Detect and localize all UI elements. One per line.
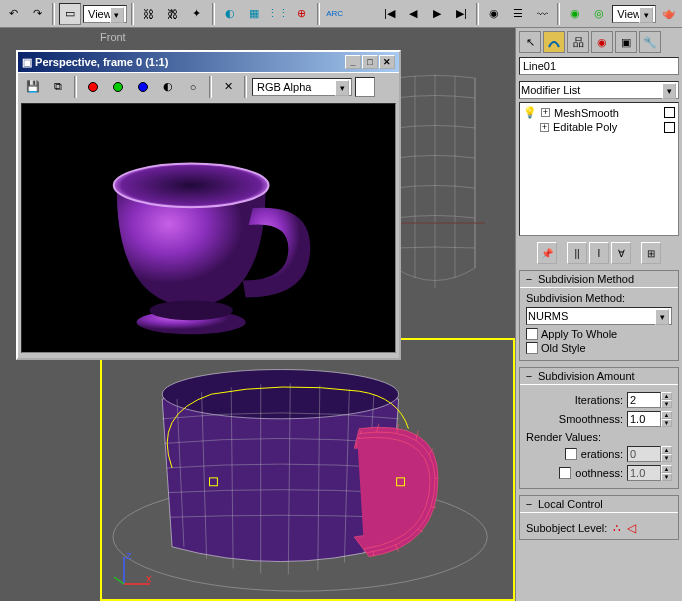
- rollout-header[interactable]: Subdivision Method: [520, 271, 678, 288]
- rollout-header[interactable]: Subdivision Amount: [520, 368, 678, 385]
- maximize-button[interactable]: □: [362, 55, 378, 69]
- channel-dropdown[interactable]: RGB Alpha: [252, 78, 352, 96]
- subdivision-amount-rollout: Subdivision Amount Iterations: ▲▼ Smooth…: [519, 367, 679, 489]
- clone-icon[interactable]: ⧉: [47, 76, 69, 98]
- iterations-spinner[interactable]: ▲▼: [627, 392, 672, 408]
- tool-teapot-icon[interactable]: 🫖: [658, 3, 680, 25]
- lightbulb-icon[interactable]: 💡: [523, 106, 537, 119]
- hierarchy-tab-icon[interactable]: 品: [567, 31, 589, 53]
- configure-icon[interactable]: ⊞: [641, 242, 661, 264]
- close-button[interactable]: ✕: [379, 55, 395, 69]
- modifier-list-dropdown[interactable]: Modifier List: [519, 81, 679, 99]
- tool-key-next-icon[interactable]: ▶|: [450, 3, 472, 25]
- tool-link-icon[interactable]: ⛓: [138, 3, 160, 25]
- tool-align-icon[interactable]: ▦: [243, 3, 265, 25]
- subdiv-method-label: Subdivision Method:: [526, 292, 672, 304]
- subobject-label: Subobject Level:: [526, 522, 607, 534]
- smoothness-label: Smoothness:: [559, 413, 623, 425]
- svg-point-2: [162, 370, 398, 419]
- save-image-icon[interactable]: 💾: [22, 76, 44, 98]
- tool-render-icon[interactable]: ◉: [564, 3, 586, 25]
- smoothness-spinner[interactable]: ▲▼: [627, 411, 672, 427]
- expand-icon[interactable]: +: [540, 123, 549, 132]
- render-iter-checkbox[interactable]: [565, 448, 577, 460]
- bg-color-swatch[interactable]: [355, 77, 375, 97]
- subdivision-method-rollout: Subdivision Method Subdivision Method: N…: [519, 270, 679, 361]
- mono-channel-icon[interactable]: ◐: [157, 76, 179, 98]
- red-channel-icon[interactable]: [82, 76, 104, 98]
- tool-layer-icon[interactable]: ☰: [507, 3, 529, 25]
- svg-point-14: [149, 300, 232, 320]
- make-unique-icon[interactable]: I: [589, 242, 609, 264]
- modifier-label: Editable Poly: [553, 121, 617, 133]
- subdiv-method-dropdown[interactable]: NURMS: [526, 307, 672, 325]
- motion-tab-icon[interactable]: ◉: [591, 31, 613, 53]
- expand-icon[interactable]: +: [541, 108, 550, 117]
- svg-text:z: z: [126, 549, 132, 561]
- viewport-bottom-left[interactable]: [0, 338, 100, 601]
- render-preview-window: ▣ Perspective, frame 0 (1:1) _ □ ✕ 💾 ⧉ ◐…: [16, 50, 401, 360]
- clear-icon[interactable]: ✕: [217, 76, 239, 98]
- viewport-label: Front: [100, 31, 126, 43]
- wireframe-mesh-persp: [102, 340, 513, 599]
- tool-curve-icon[interactable]: 〰: [531, 3, 553, 25]
- object-name-input[interactable]: [519, 57, 679, 75]
- tool-key-prev-icon[interactable]: |◀: [378, 3, 400, 25]
- preview-title-text: Perspective, frame 0 (1:1): [35, 56, 168, 68]
- tool-undo-icon[interactable]: ↶: [2, 3, 24, 25]
- viewport-perspective[interactable]: z x: [100, 338, 515, 601]
- render-iterations-spinner[interactable]: ▲▼: [627, 446, 672, 462]
- main-toolbar: ↶ ↷ ▭ View ⛓ ⛓̸ ✦ ◐ ▦ ⋮⋮ ⊕ ARC |◀ ◀ ▶ ▶|…: [0, 0, 682, 28]
- modifier-toggle[interactable]: [664, 107, 675, 118]
- tool-redo-icon[interactable]: ↷: [26, 3, 48, 25]
- render-smooth-label: oothness:: [575, 467, 623, 479]
- tool-quick-render-icon[interactable]: ◎: [588, 3, 610, 25]
- tool-unlink-icon[interactable]: ⛓̸: [162, 3, 184, 25]
- green-channel-icon[interactable]: [107, 76, 129, 98]
- command-tabs: ↖ 品 ◉ ▣ 🔧: [519, 31, 679, 53]
- tool-prev-icon[interactable]: ◀: [402, 3, 424, 25]
- tool-mirror-icon[interactable]: ◐: [219, 3, 241, 25]
- view-dropdown-1[interactable]: View: [83, 5, 127, 23]
- modifier-toggle[interactable]: [664, 122, 675, 133]
- tool-array-icon[interactable]: ⋮⋮: [267, 3, 289, 25]
- utilities-tab-icon[interactable]: 🔧: [639, 31, 661, 53]
- vertex-so-icon[interactable]: ∴: [613, 521, 621, 535]
- modifier-stack[interactable]: 💡 + MeshSmooth + Editable Poly: [519, 102, 679, 236]
- tool-material-icon[interactable]: ◉: [483, 3, 505, 25]
- view-dropdown-2[interactable]: View: [612, 5, 656, 23]
- alpha-channel-icon[interactable]: ○: [182, 76, 204, 98]
- modify-tab-icon[interactable]: [543, 31, 565, 53]
- render-iter-label: erations:: [581, 448, 623, 460]
- handle-mesh: [354, 424, 438, 557]
- svg-text:x: x: [146, 572, 152, 584]
- preview-toolbar: 💾 ⧉ ◐ ○ ✕ RGB Alpha: [18, 72, 399, 100]
- remove-mod-icon[interactable]: ∀: [611, 242, 631, 264]
- pin-stack-icon[interactable]: 📌: [537, 242, 557, 264]
- render-values-label: Render Values:: [526, 431, 672, 443]
- iterations-label: Iterations:: [575, 394, 623, 406]
- create-tab-icon[interactable]: ↖: [519, 31, 541, 53]
- render-smoothness-spinner[interactable]: ▲▼: [627, 465, 672, 481]
- preview-titlebar[interactable]: ▣ Perspective, frame 0 (1:1) _ □ ✕: [18, 52, 399, 72]
- render-smooth-checkbox[interactable]: [559, 467, 571, 479]
- tool-select-icon[interactable]: ▭: [59, 3, 81, 25]
- rollout-header[interactable]: Local Control: [520, 496, 678, 513]
- tool-snap-icon[interactable]: ⊕: [291, 3, 313, 25]
- command-panel: ↖ 品 ◉ ▣ 🔧 Modifier List 💡 + MeshSmooth +…: [515, 28, 682, 601]
- tool-bind-icon[interactable]: ✦: [186, 3, 208, 25]
- old-style-checkbox[interactable]: Old Style: [526, 342, 672, 354]
- modifier-label: MeshSmooth: [554, 107, 619, 119]
- show-end-icon[interactable]: ||: [567, 242, 587, 264]
- tool-next-icon[interactable]: ▶: [426, 3, 448, 25]
- face-so-icon[interactable]: ◁: [627, 521, 636, 535]
- apply-whole-checkbox[interactable]: Apply To Whole: [526, 328, 672, 340]
- modifier-item-meshsmooth[interactable]: 💡 + MeshSmooth: [522, 105, 676, 120]
- tool-arc-icon[interactable]: ARC: [324, 3, 346, 25]
- minimize-button[interactable]: _: [345, 55, 361, 69]
- blue-channel-icon[interactable]: [132, 76, 154, 98]
- modifier-item-editpoly[interactable]: + Editable Poly: [522, 120, 676, 134]
- stack-toolbar: 📌 || I ∀ ⊞: [519, 242, 679, 264]
- render-output: [21, 103, 396, 353]
- display-tab-icon[interactable]: ▣: [615, 31, 637, 53]
